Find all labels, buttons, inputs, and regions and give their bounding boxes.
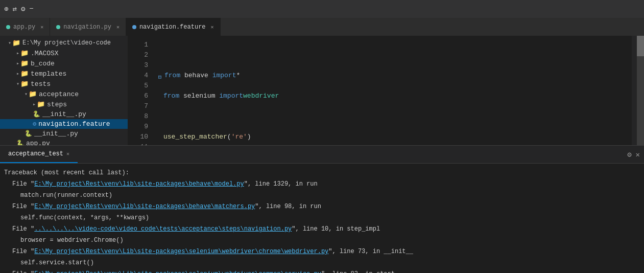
globe-icon[interactable]: ⊕ — [4, 5, 8, 13]
tab-bar: app.py ✕ navigation.py ✕ navigation.feat… — [0, 18, 644, 36]
traceback-frame-1-code: match.run(runner.context) — [4, 190, 644, 200]
folder-icon-macosx: 📁 — [20, 49, 29, 57]
sidebar-item-steps[interactable]: 📁 steps — [0, 99, 128, 109]
title-bar: ⊕ ⇄ ⚙ − — [0, 0, 644, 18]
code-line-3: from selenium import webdriver — [156, 91, 632, 101]
bottom-panel: acceptance_test ✕ ⚙ ✕ Traceback (most re… — [0, 145, 644, 273]
sidebar-item-app-py[interactable]: 🐍 app.py — [0, 139, 128, 145]
tab-dot-py — [6, 25, 10, 29]
sidebar-item-tests[interactable]: 📁 tests — [0, 79, 128, 89]
panel-tab-bar: acceptance_test ✕ ⚙ ✕ — [0, 146, 644, 164]
chevron-bcode — [16, 60, 19, 66]
title-bar-icons: ⊕ ⇄ ⚙ − — [4, 5, 34, 13]
chevron-macosx — [16, 50, 19, 56]
sidebar-item-templates[interactable]: 📁 templates — [0, 69, 128, 79]
tab-close-nav-py[interactable]: ✕ — [116, 24, 120, 30]
sidebar-label-root: E:\My project\video-code — [22, 39, 111, 47]
tab-close-app-py[interactable]: ✕ — [40, 24, 43, 30]
tab-app-py[interactable]: app.py ✕ — [0, 18, 50, 36]
tab-dot-nav-py — [56, 25, 60, 29]
folder-icon-templates: 📁 — [20, 70, 29, 78]
file-icon-init-outer: 🐍 — [25, 130, 32, 138]
code-editor[interactable]: 1 2 3 4 5 6 7 8 9 10 11 12 ⊟from behave … — [128, 36, 644, 145]
traceback-link-5[interactable]: E:\My project\Rest\venv\Lib\site-package… — [34, 270, 321, 273]
sidebar-label-acceptance: acceptance — [39, 90, 79, 98]
traceback-frame-2-file: File "E:\My project\Rest\venv\lib\site-p… — [4, 201, 644, 212]
sidebar-label-templates: templates — [31, 70, 66, 78]
folder-icon-root: 📁 — [12, 39, 20, 47]
traceback-frame-2-code: self.func(context, *args, **kwargs) — [4, 213, 644, 223]
panel-tab-close[interactable]: ✕ — [66, 151, 69, 157]
main-area: 📁 E:\My project\video-code 📁 .MACOSX 📁 b… — [0, 36, 644, 145]
traceback-title: Traceback (most recent call last): — [4, 168, 644, 178]
tab-dot-feature — [132, 25, 136, 29]
sidebar-item-acceptance[interactable]: 📁 acceptance — [0, 89, 128, 99]
editor-scrollbar-thumb — [637, 36, 644, 56]
sidebar-label-nav-feature: navigation.feature — [38, 120, 110, 128]
panel-content: Traceback (most recent call last): File … — [0, 164, 644, 273]
tab-navigation-feature[interactable]: navigation.feature ✕ — [126, 18, 221, 36]
chevron-templates — [16, 71, 19, 77]
chevron-steps — [33, 101, 36, 107]
panel-close-icon[interactable]: ✕ — [636, 150, 640, 159]
chevron-root — [8, 40, 11, 46]
folder-icon-acceptance: 📁 — [29, 90, 37, 98]
panel-settings-icon[interactable]: ⚙ — [627, 150, 631, 159]
sidebar-item-bcode[interactable]: 📁 b_code — [0, 58, 128, 69]
code-line-2: ⊟from behave import * — [156, 71, 632, 81]
traceback-frame-5-file: File "E:\My project\Rest\venv\Lib\site-p… — [4, 269, 644, 273]
sidebar-item-macosx[interactable]: 📁 .MACOSX — [0, 48, 128, 58]
sidebar-label-bcode: b_code — [31, 60, 55, 67]
traceback-frame-3-file: File "..\..\..\..\video-code\video code\… — [4, 224, 644, 234]
folder-icon-tests: 📁 — [20, 80, 29, 88]
traceback-frame-4-code: self.service.start() — [4, 258, 644, 268]
fold-icon-2[interactable]: ⊟ — [156, 72, 163, 79]
folder-icon-bcode: 📁 — [20, 59, 29, 67]
sidebar-label-init-inner: __init__.py — [42, 110, 86, 118]
minimap — [632, 36, 637, 145]
code-line-1 — [156, 50, 632, 60]
traceback-link-3[interactable]: ..\..\..\..\video-code\video code\tests\… — [34, 225, 292, 233]
sidebar-item-init-inner[interactable]: 🐍 __init__.py — [0, 109, 128, 119]
traceback-link-4[interactable]: E:\My project\Rest\venv\Lib\site-package… — [34, 248, 328, 255]
code-content[interactable]: ⊟from behave import * from selenium impo… — [152, 36, 632, 145]
sidebar-label-steps: steps — [47, 101, 67, 108]
chevron-acceptance — [25, 91, 28, 97]
chevron-tests — [16, 81, 19, 87]
code-line-5: use_step_matcher('re') — [156, 132, 632, 142]
file-icon-nav-feature: ⚙ — [33, 120, 36, 128]
tab-close-feature[interactable]: ✕ — [211, 24, 214, 30]
tab-navigation-py[interactable]: navigation.py ✕ — [50, 18, 126, 36]
panel-tab-acceptance[interactable]: acceptance_test ✕ — [0, 146, 78, 163]
traceback-frame-1-file: File "E:\My project\Rest\venv\lib\site-p… — [4, 179, 644, 189]
editor-area: 1 2 3 4 5 6 7 8 9 10 11 12 ⊟from behave … — [128, 36, 644, 145]
sidebar: 📁 E:\My project\video-code 📁 .MACOSX 📁 b… — [0, 36, 128, 145]
tab-label-navigation-feature: navigation.feature — [139, 24, 206, 31]
traceback-frame-3-code: browser = webdriver.Chrome() — [4, 235, 644, 245]
line-numbers: 1 2 3 4 5 6 7 8 9 10 11 12 — [128, 36, 152, 145]
panel-actions: ⚙ ✕ — [627, 150, 644, 159]
sidebar-label-macosx: .MACOSX — [31, 50, 59, 57]
tab-label-app-py: app.py — [13, 24, 35, 31]
code-line-4 — [156, 111, 632, 122]
panel-tab-label: acceptance_test — [8, 150, 63, 157]
sidebar-label-init-outer: __init__.py — [34, 130, 78, 138]
settings-icon[interactable]: ⚙ — [21, 5, 25, 13]
split-icon[interactable]: ⇄ — [12, 5, 16, 13]
folder-icon-steps: 📁 — [37, 100, 45, 108]
traceback-link-2[interactable]: E:\My project\Rest\venv\lib\site-package… — [34, 203, 255, 210]
sidebar-item-root[interactable]: 📁 E:\My project\video-code — [0, 38, 128, 48]
sidebar-label-tests: tests — [31, 80, 51, 88]
traceback-frame-4-file: File "E:\My project\Rest\venv\Lib\site-p… — [4, 246, 644, 257]
file-icon-init-inner: 🐍 — [33, 110, 40, 118]
sidebar-item-nav-feature[interactable]: ⚙ navigation.feature — [0, 119, 128, 129]
file-icon-app: 🐍 — [16, 140, 24, 145]
minimize-icon[interactable]: − — [29, 5, 33, 13]
traceback-link-1[interactable]: E:\My project\Rest\venv\lib\site-package… — [34, 180, 244, 188]
sidebar-item-init-outer[interactable]: 🐍 __init__.py — [0, 129, 128, 139]
sidebar-label-app: app.py — [26, 140, 50, 145]
editor-scrollbar[interactable] — [637, 36, 644, 145]
tab-label-navigation-py: navigation.py — [63, 24, 111, 31]
